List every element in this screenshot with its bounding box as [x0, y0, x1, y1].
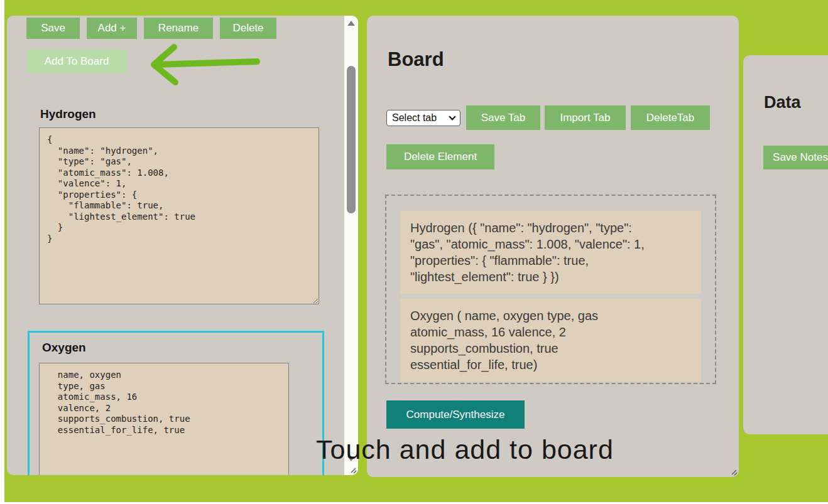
library-item-title-hydrogen: Hydrogen: [40, 107, 96, 121]
tab-select-value: Select tab: [392, 112, 437, 124]
board-title: Board: [388, 48, 444, 71]
import-tab-button[interactable]: Import Tab: [545, 105, 626, 130]
tab-select-dropdown[interactable]: Select tab: [386, 110, 460, 126]
board-element-oxygen[interactable]: Oxygen ( name, oxygen type, gas atomic_m…: [400, 299, 701, 382]
delete-tab-button[interactable]: DeleteTab: [631, 105, 710, 130]
hydrogen-content-textarea[interactable]: { "name": "hydrogen", "type": "gas", "at…: [39, 127, 319, 304]
add-to-board-button[interactable]: Add To Board: [26, 50, 127, 73]
app-window: Save Add + Rename Delete Add To Board Hy…: [0, 0, 828, 504]
delete-element-button[interactable]: Delete Element: [386, 144, 494, 169]
library-scrollbar[interactable]: [344, 16, 358, 475]
library-toolbar: Save Add + Rename Delete: [26, 18, 276, 39]
board-drop-area[interactable]: Hydrogen ({ "name": "hydrogen", "type": …: [385, 195, 716, 384]
board-element-hydrogen[interactable]: Hydrogen ({ "name": "hydrogen", "type": …: [400, 211, 701, 294]
triangle-up-icon: [347, 21, 355, 26]
resize-grip-icon[interactable]: [730, 468, 738, 476]
save-button[interactable]: Save: [26, 18, 80, 39]
board-panel: Board Select tab Save Tab Import Tab Del…: [367, 16, 739, 477]
library-item-title-oxygen: Oxygen: [42, 341, 86, 355]
scroll-up-button[interactable]: [344, 18, 358, 28]
rename-button[interactable]: Rename: [144, 18, 213, 39]
data-panel: Data Save Notes: [743, 55, 828, 434]
scrollbar-thumb[interactable]: [347, 66, 356, 213]
chevron-down-icon: [449, 113, 455, 120]
touch-add-caption: Touch and add to board: [316, 434, 614, 465]
compute-synthesize-button[interactable]: Compute/Synthesize: [386, 400, 525, 429]
element-library-panel: Save Add + Rename Delete Add To Board Hy…: [7, 16, 358, 475]
resize-grip-icon[interactable]: [349, 466, 357, 474]
delete-button[interactable]: Delete: [220, 18, 276, 39]
data-title: Data: [764, 93, 801, 112]
save-tab-button[interactable]: Save Tab: [466, 105, 540, 130]
arrow-left-annotation-icon: [146, 42, 263, 87]
save-notes-button[interactable]: Save Notes: [763, 146, 828, 169]
oxygen-content-textarea[interactable]: name, oxygen type, gas atomic_mass, 16 v…: [39, 363, 289, 475]
library-item-oxygen-selected[interactable]: Oxygen name, oxygen type, gas atomic_mas…: [28, 331, 324, 475]
add-button[interactable]: Add +: [87, 18, 137, 39]
